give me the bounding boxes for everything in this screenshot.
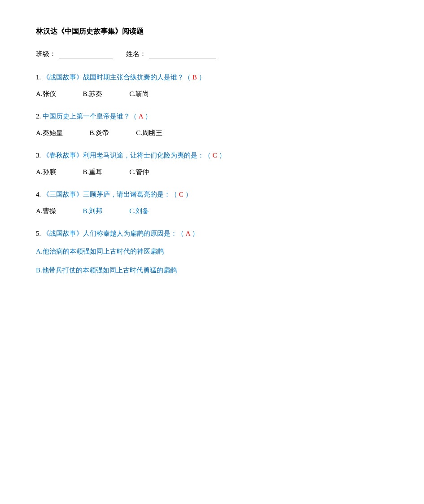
q4-number: 4. [36, 191, 41, 198]
class-input[interactable] [59, 50, 113, 58]
q1-options: A.张仪 B.苏秦 C.靳尚 [36, 90, 388, 98]
q3-prefix: 《春秋故事》利用老马识途，让将士们化险为夷的是：（ [43, 152, 211, 159]
form-row: 班级： 姓名： [36, 50, 388, 58]
q1-option-b: B.苏秦 [83, 90, 103, 98]
q3-number: 3. [36, 152, 41, 159]
name-input[interactable] [149, 50, 216, 58]
q3-answer: C [213, 152, 217, 159]
q3-options: A.孙膑 B.重耳 C.管仲 [36, 168, 388, 176]
q2-suffix: ） [145, 113, 152, 120]
q5-option-a: A.他治病的本领强如同上古时代的神医扁鹊 [36, 246, 388, 258]
q5-option-b-block: B.他带兵打仗的本领强如同上古时代勇猛的扁鹊 [36, 265, 388, 276]
q2-option-a: A.秦始皇 [36, 129, 63, 137]
question-2-text: 2. 中国历史上第一个皇帝是谁？（ A ） [36, 111, 388, 122]
q1-prefix: 《战国故事》战国时期主张合纵抗秦的人是谁？（ [43, 74, 191, 81]
q5-option-b: B.他带兵打仗的本领强如同上古时代勇猛的扁鹊 [36, 265, 388, 276]
q4-options: A.曹操 B.刘邦 C.刘备 [36, 207, 388, 215]
q2-answer: A [139, 113, 143, 120]
q5-suffix: ） [192, 230, 199, 237]
q4-prefix: 《三国故事》三顾茅庐，请出诸葛亮的是：（ [43, 191, 177, 198]
q2-number: 2. [36, 113, 41, 120]
q3-suffix: ） [219, 152, 226, 159]
page-container: 林汉达《中国历史故事集》阅读题 班级： 姓名： 1. 《战国故事》战国时期主张合… [36, 27, 388, 276]
q4-option-a: A.曹操 [36, 207, 56, 215]
q1-number: 1. [36, 74, 41, 81]
q1-suffix: ） [199, 74, 205, 81]
q3-option-c: C.管仲 [129, 168, 149, 176]
q2-prefix: 中国历史上第一个皇帝是谁？（ [43, 113, 137, 120]
question-3-text: 3. 《春秋故事》利用老马识途，让将士们化险为夷的是：（ C ） [36, 150, 388, 161]
q5-answer: A [186, 230, 190, 237]
class-field: 班级： [36, 50, 113, 58]
question-5: 5. 《战国故事》人们称秦越人为扁鹊的原因是：（ A ） A.他治病的本领强如同… [36, 228, 388, 276]
q3-option-a: A.孙膑 [36, 168, 56, 176]
question-3: 3. 《春秋故事》利用老马识途，让将士们化险为夷的是：（ C ） A.孙膑 B.… [36, 150, 388, 176]
q4-suffix: ） [185, 191, 192, 198]
q2-option-b: B.炎帝 [90, 129, 109, 137]
q4-option-b: B.刘邦 [83, 207, 103, 215]
question-2: 2. 中国历史上第一个皇帝是谁？（ A ） A.秦始皇 B.炎帝 C.周幽王 [36, 111, 388, 137]
q4-option-c: C.刘备 [129, 207, 149, 215]
class-label: 班级： [36, 50, 56, 58]
name-label: 姓名： [126, 50, 146, 58]
question-4: 4. 《三国故事》三顾茅庐，请出诸葛亮的是：（ C ） A.曹操 B.刘邦 C.… [36, 189, 388, 215]
question-1: 1. 《战国故事》战国时期主张合纵抗秦的人是谁？（ B ） A.张仪 B.苏秦 … [36, 72, 388, 98]
q1-option-c: C.靳尚 [129, 90, 149, 98]
question-1-text: 1. 《战国故事》战国时期主张合纵抗秦的人是谁？（ B ） [36, 72, 388, 83]
q2-option-c: C.周幽王 [136, 129, 162, 137]
q5-option-a-block: A.他治病的本领强如同上古时代的神医扁鹊 [36, 246, 388, 258]
q5-number: 5. [36, 230, 41, 237]
question-5-text: 5. 《战国故事》人们称秦越人为扁鹊的原因是：（ A ） [36, 228, 388, 239]
q3-option-b: B.重耳 [83, 168, 103, 176]
q5-prefix: 《战国故事》人们称秦越人为扁鹊的原因是：（ [43, 230, 184, 237]
question-4-text: 4. 《三国故事》三顾茅庐，请出诸葛亮的是：（ C ） [36, 189, 388, 200]
q1-option-a: A.张仪 [36, 90, 56, 98]
q2-options: A.秦始皇 B.炎帝 C.周幽王 [36, 129, 388, 137]
name-field: 姓名： [126, 50, 216, 58]
page-title: 林汉达《中国历史故事集》阅读题 [36, 27, 388, 36]
q1-answer: B [192, 74, 197, 81]
q4-answer: C [179, 191, 184, 198]
